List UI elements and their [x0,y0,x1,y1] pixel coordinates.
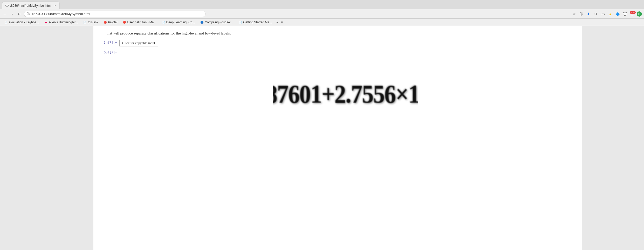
copyable-input-button[interactable]: Click for copyable input [119,40,158,46]
left-sidebar [0,26,93,250]
output-cell-row: Out[7]= 0.587601+2.7556×10-17ⅈ [104,50,571,138]
bookmark-favicon-compile: 🔵 [200,20,204,24]
back-button[interactable]: ← [2,11,7,17]
drive-icon[interactable]: ▲ [608,11,613,17]
ext1-icon[interactable]: 🔷 [615,11,620,17]
active-tab[interactable]: ⓘ :8080/html/ref/MySymbol.html ✕ [2,2,60,9]
browser-chrome: ⓘ :8080/html/ref/MySymbol.html ✕ ← → ↻ ⓘ… [0,0,644,26]
output-area: 0.587601+2.7556×10-17ⅈ [119,50,571,138]
info-icon[interactable]: ⓘ [579,11,584,17]
address-bar[interactable]: ⓘ 127.0.0.1:8080/html/ref/MySymbol.html [24,11,205,17]
bookmark-label-evaluation: evaluation - Keyboa... [9,20,39,24]
bookmark-label-gs: Getting Started Ma... [243,20,272,24]
bookmarks-bar: 📄 evaluation - Keyboa... ●● Allen's Humm… [0,19,644,26]
bookmark-label-dl: Deep Learning: Co... [166,20,195,24]
math-expression: 0.587601+2.7556×10-17ⅈ [273,79,418,109]
bookmark-getting-started[interactable]: 📄 Getting Started Ma... [236,20,274,25]
url-display: 127.0.0.1:8080/html/ref/MySymbol.html [31,12,90,16]
main-content: that will produce separate classificatio… [93,26,582,250]
bookmark-favicon-gs: 📄 [238,20,242,24]
bookmarks-menu-button[interactable]: ≡ [280,20,284,25]
ext2-icon[interactable]: 💬 [622,11,627,17]
bookmark-favicon-dl: 📄 [162,20,165,24]
bookmark-compiling[interactable]: 🔵 Compiling - cuda-c... [198,20,235,25]
tab-close-icon[interactable]: ✕ [54,4,56,7]
reload-button[interactable]: ↻ [17,11,22,17]
toolbar-icons: ☆ ⓘ ⬇ ↺ ▭ ▲ 🔷 💬 ⏱ 13m G [571,11,642,17]
bookmark-label-pivotal: Pivotal [108,20,117,24]
bookmark-favicon-this-link: 📄 [83,20,87,24]
cast-icon[interactable]: ▭ [600,11,606,17]
cell-out-label: Out[7]= [104,50,119,54]
profile-icon[interactable]: G [637,11,642,17]
bookmark-label-this-link: this link [88,20,98,24]
bookmark-allen[interactable]: ●● Allen's Hummingbir... [42,20,80,25]
page-wrapper: that will produce separate classificatio… [0,26,644,250]
description-text: that will produce separate classificatio… [104,31,571,36]
bookmark-favicon-allen: ●● [44,20,48,24]
bookmark-label-user: User halirutan - Ma... [127,20,156,24]
tab-title: :8080/html/ref/MySymbol.html [10,4,51,8]
download-icon[interactable]: ⬇ [586,11,591,17]
tab-bar: ⓘ :8080/html/ref/MySymbol.html ✕ [0,0,644,9]
math-output-image: 0.587601+2.7556×10-17ⅈ [273,52,418,135]
address-bar-row: ← → ↻ ⓘ 127.0.0.1:8080/html/ref/MySymbol… [0,9,644,19]
bookmark-favicon-user: 🔴 [122,20,126,24]
right-sidebar [582,26,644,250]
bookmark-pivotal[interactable]: 🔴 Pivotal [101,20,119,25]
history-icon[interactable]: ↺ [593,11,598,17]
cell-in-label: In[7]:= [104,40,119,44]
bookmark-deep-learning[interactable]: 📄 Deep Learning: Co... [160,20,197,25]
timer-ext[interactable]: ⏱ 13m [629,11,635,17]
forward-button[interactable]: → [9,11,15,17]
bookmark-label-compile: Compiling - cuda-c... [205,20,233,24]
bookmark-evaluation[interactable]: 📄 evaluation - Keyboa... [2,20,41,25]
bookmark-favicon-pivotal: 🔴 [103,20,107,24]
bookmarks-more-button[interactable]: » [275,20,279,25]
bookmark-favicon-evaluation: 📄 [4,20,8,24]
security-icon: ⓘ [27,12,30,16]
bookmark-label-allen: Allen's Hummingbir... [49,20,78,24]
bookmark-this-link[interactable]: 📄 this link [81,20,100,25]
bookmark-user-halirutan[interactable]: 🔴 User halirutan - Ma... [120,20,158,25]
input-cell-row: In[7]:= Click for copyable input [104,40,571,46]
tab-favicon: ⓘ [5,3,9,8]
url-host: 127.0.0.1:8080/html/ref/MySymbol.html [31,12,90,16]
star-icon[interactable]: ☆ [571,11,577,17]
